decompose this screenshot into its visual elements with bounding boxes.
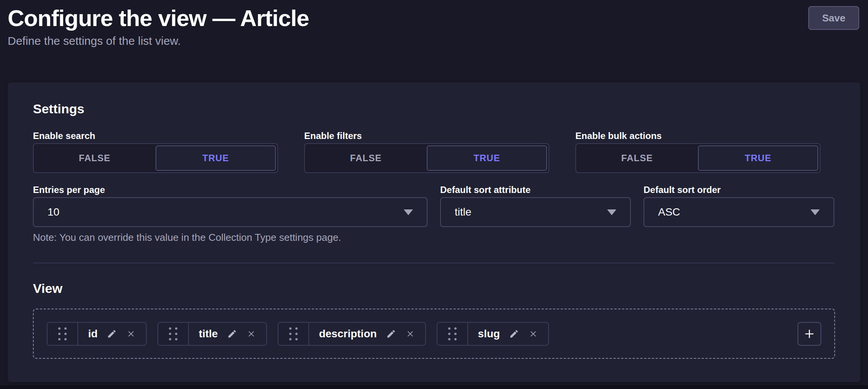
chip-label: description <box>319 328 377 340</box>
page-header: Configure the view — Article Define the … <box>0 0 868 47</box>
enable-bulk-actions-false-option[interactable]: FALSE <box>576 144 698 172</box>
enable-search-toggle: FALSE TRUE <box>33 143 278 173</box>
enable-filters-false-option[interactable]: FALSE <box>305 144 427 172</box>
field-enable-filters: Enable filters FALSE TRUE <box>304 131 549 173</box>
chip-label: title <box>199 328 218 340</box>
page-subtitle: Define the settings of the list view. <box>8 35 860 47</box>
settings-card: Settings Enable search FALSE TRUE Enable… <box>8 82 860 382</box>
select-value: title <box>455 206 472 218</box>
chevron-down-icon <box>811 209 820 215</box>
field-chip-slug: slug <box>437 322 549 346</box>
pencil-icon[interactable] <box>386 329 396 339</box>
select-value: 10 <box>47 206 59 218</box>
field-chip-id: id <box>47 322 147 346</box>
chip-label: id <box>88 328 98 340</box>
entries-per-page-select[interactable]: 10 <box>33 197 427 227</box>
field-label: Enable search <box>33 131 278 141</box>
drag-handle-icon[interactable] <box>278 323 309 345</box>
section-divider <box>33 263 835 263</box>
close-icon[interactable] <box>406 330 414 338</box>
add-field-button[interactable] <box>798 322 821 346</box>
chip-label: slug <box>478 328 500 340</box>
field-label: Default sort order <box>644 185 834 194</box>
enable-filters-toggle: FALSE TRUE <box>304 143 549 173</box>
enable-bulk-actions-toggle: FALSE TRUE <box>575 143 821 173</box>
drag-handle-icon[interactable] <box>47 323 78 345</box>
settings-section-heading: Settings <box>33 82 835 115</box>
toggles-row: Enable search FALSE TRUE Enable filters … <box>33 131 835 173</box>
enable-search-false-option[interactable]: FALSE <box>34 144 156 172</box>
chevron-down-icon <box>404 209 413 215</box>
entries-per-page-note: Note: You can override this value in the… <box>33 232 427 244</box>
enable-filters-true-option[interactable]: TRUE <box>427 145 547 171</box>
field-chip-description: description <box>278 322 426 346</box>
field-label: Entries per page <box>33 185 427 194</box>
configure-view-page: { "header": { "title": "Configure the vi… <box>0 0 868 389</box>
plus-icon <box>803 328 816 340</box>
field-label: Default sort attribute <box>440 185 631 194</box>
field-entries-per-page: Entries per page 10 Note: You can overri… <box>33 185 427 244</box>
field-enable-search: Enable search FALSE TRUE <box>33 131 278 173</box>
field-label: Enable bulk actions <box>575 131 821 141</box>
field-chip-title: title <box>157 322 267 346</box>
default-sort-attribute-select[interactable]: title <box>440 197 631 227</box>
window-bottom-edge <box>0 385 868 389</box>
drag-handle-icon[interactable] <box>158 323 189 345</box>
page-title: Configure the view — Article <box>8 7 860 30</box>
chevron-down-icon <box>607 209 616 215</box>
default-sort-order-select[interactable]: ASC <box>644 197 834 227</box>
field-label: Enable filters <box>304 131 549 141</box>
field-default-sort-order: Default sort order ASC <box>644 185 834 244</box>
pencil-icon[interactable] <box>227 329 237 339</box>
close-icon[interactable] <box>529 330 537 338</box>
field-default-sort-attribute: Default sort attribute title <box>440 185 631 244</box>
save-button[interactable]: Save <box>808 6 859 30</box>
select-value: ASC <box>658 206 680 218</box>
drag-handle-icon[interactable] <box>437 323 468 345</box>
view-fields-dropzone: id title description <box>33 309 835 359</box>
pencil-icon[interactable] <box>107 329 117 339</box>
close-icon[interactable] <box>247 330 255 338</box>
enable-search-true-option[interactable]: TRUE <box>156 145 276 171</box>
pencil-icon[interactable] <box>509 329 519 339</box>
enable-bulk-actions-true-option[interactable]: TRUE <box>698 145 818 171</box>
field-enable-bulk-actions: Enable bulk actions FALSE TRUE <box>575 131 821 173</box>
selects-row: Entries per page 10 Note: You can overri… <box>33 185 835 244</box>
close-icon[interactable] <box>127 330 135 338</box>
view-section-heading: View <box>33 282 835 295</box>
